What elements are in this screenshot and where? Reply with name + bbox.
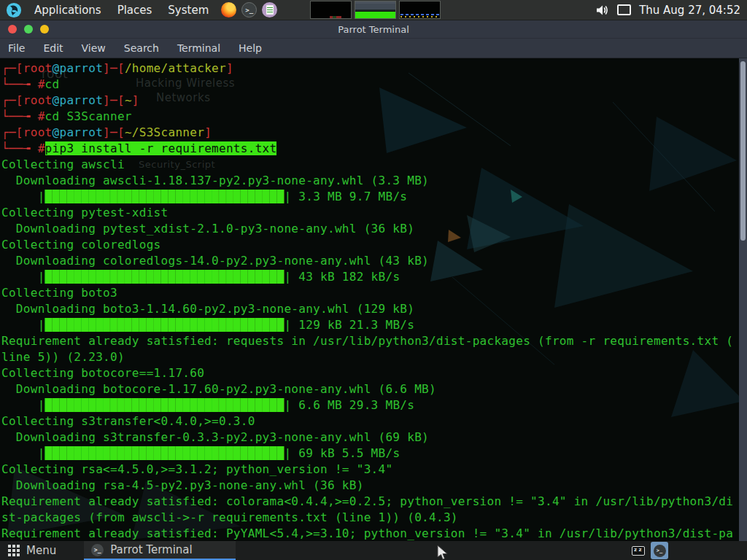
taskbar: Menu >_ Parrot Terminal >_ bbox=[0, 541, 747, 560]
terminal-line: Requirement already satisfied: colorama<… bbox=[1, 494, 733, 510]
parrot-logo-icon[interactable] bbox=[6, 2, 22, 18]
terminal-line: Requirement already satisfied: requests … bbox=[1, 333, 733, 349]
terminal-line: └──╼ #cd S3Scanner bbox=[1, 109, 733, 125]
memory-graph[interactable] bbox=[355, 1, 396, 19]
terminal-line: |█████████████████████████████████| 6.6 … bbox=[1, 397, 733, 413]
panel-menu-applications[interactable]: Applications bbox=[26, 4, 109, 17]
terminal-line: Collecting s3transfer<0.4.0,>=0.3.0 bbox=[1, 413, 733, 429]
close-button[interactable] bbox=[8, 25, 17, 34]
terminal-line: Downloading pytest_xdist-2.1.0-py3-none-… bbox=[1, 221, 733, 237]
terminal-line: ┌─[root@parrot]─[~/S3Scanner] bbox=[1, 125, 733, 141]
terminal-launcher-icon[interactable]: >_ bbox=[241, 2, 257, 18]
network-graph[interactable] bbox=[399, 1, 441, 19]
app-grid-icon[interactable] bbox=[8, 545, 20, 556]
panel-menu-system[interactable]: System bbox=[160, 4, 217, 17]
terminal-line: |█████████████████████████████████| 69 k… bbox=[1, 446, 733, 462]
text-editor-icon[interactable] bbox=[262, 2, 277, 18]
terminal-line: Downloading rsa-4.5-py2.py3-none-any.whl… bbox=[1, 478, 733, 494]
terminal-line: Collecting pytest-xdist bbox=[1, 205, 733, 221]
menubar-item-search[interactable]: Search bbox=[124, 42, 159, 54]
menubar-item-file[interactable]: File bbox=[8, 42, 25, 54]
panel-menus: ApplicationsPlacesSystem bbox=[26, 4, 217, 17]
terminal-line: st-packages (from awscli->-r requirement… bbox=[1, 510, 733, 526]
terminal-line: Downloading awscli-1.18.137-py2.py3-none… bbox=[1, 173, 733, 189]
document-page-glyph bbox=[266, 5, 274, 15]
taskbar-window-button[interactable]: >_ Parrot Terminal bbox=[84, 541, 236, 560]
terminal-line: Downloading s3transfer-0.3.3-py2.py3-non… bbox=[1, 429, 733, 446]
terminal-line: line 5)) (2.23.0) bbox=[1, 349, 733, 365]
menubar-item-view[interactable]: View bbox=[82, 42, 106, 54]
terminal-line: |█████████████████████████████████| 129 … bbox=[1, 317, 733, 333]
terminal-line: Collecting awscli bbox=[1, 157, 733, 173]
window-title: Parrot Terminal bbox=[0, 24, 747, 35]
terminal-output: ┌─[root@parrot]─[/home/attacker]└──╼ #cd… bbox=[1, 61, 733, 541]
terminal-line: └──╼ #cd bbox=[1, 77, 733, 93]
terminal-line: ┌─[root@parrot]─[~] bbox=[1, 93, 733, 109]
terminal-line: Downloading coloredlogs-14.0-py2.py3-non… bbox=[1, 253, 733, 269]
top-panel: ApplicationsPlacesSystem >_ Thu Aug 27, … bbox=[0, 0, 747, 20]
terminal-scrollbar[interactable] bbox=[739, 58, 747, 541]
terminal-line: Collecting botocore==1.17.60 bbox=[1, 365, 733, 381]
keyboard-tray-icon[interactable] bbox=[632, 546, 645, 556]
menubar-item-edit[interactable]: Edit bbox=[43, 42, 63, 54]
clock[interactable]: Thu Aug 27, 04:52 bbox=[639, 4, 740, 17]
terminal-line: Collecting rsa<=4.5.0,>=3.1.2; python_ve… bbox=[1, 462, 733, 478]
window-menubar: FileEditViewSearchTerminalHelp bbox=[0, 39, 747, 58]
terminal-line: ┌─[root@parrot]─[/home/attacker] bbox=[1, 61, 733, 77]
terminal-line: |█████████████████████████████████| 3.3 … bbox=[1, 189, 733, 205]
terminal-line: Downloading botocore-1.17.60-py2.py3-non… bbox=[1, 381, 733, 397]
panel-menu-places[interactable]: Places bbox=[109, 4, 160, 17]
tray-terminal-highlight[interactable]: >_ bbox=[651, 542, 668, 559]
tray-terminal-icon: >_ bbox=[654, 545, 666, 557]
taskbar-window-label: Parrot Terminal bbox=[110, 543, 193, 556]
system-tray: >_ bbox=[632, 542, 747, 559]
terminal-line: |█████████████████████████████████| 43 k… bbox=[1, 269, 733, 285]
maximize-button[interactable] bbox=[24, 25, 33, 34]
scrollbar-thumb[interactable] bbox=[740, 61, 746, 241]
menubar-item-terminal[interactable]: Terminal bbox=[177, 42, 220, 54]
speaker-icon[interactable] bbox=[596, 4, 609, 16]
menubar-item-help[interactable]: Help bbox=[239, 42, 262, 54]
terminal-line: Downloading boto3-1.14.60-py2.py3-none-a… bbox=[1, 301, 733, 317]
cpu-graph[interactable] bbox=[310, 1, 352, 19]
taskbar-menu-button[interactable]: Menu bbox=[26, 544, 56, 557]
firefox-icon[interactable] bbox=[221, 2, 236, 18]
panel-launchers: >_ bbox=[221, 2, 277, 18]
display-icon[interactable] bbox=[617, 4, 631, 15]
terminal-line: Collecting coloredlogs bbox=[1, 237, 733, 253]
mouse-cursor bbox=[437, 545, 449, 560]
system-monitor-graphs bbox=[310, 1, 441, 19]
taskbar-terminal-icon: >_ bbox=[91, 544, 104, 556]
terminal-line: Collecting boto3 bbox=[1, 285, 733, 301]
minimize-button[interactable] bbox=[40, 25, 49, 34]
terminal-line: Requirement already satisfied: PyYAML<5.… bbox=[1, 526, 733, 541]
terminal-window[interactable]: rootHacking WirelessNetworksSecurity_Scr… bbox=[0, 58, 747, 541]
terminal-line: └──╼ #pip3 install -r requirements.txt bbox=[1, 141, 733, 157]
window-titlebar: Parrot Terminal bbox=[0, 20, 747, 39]
panel-status-area: Thu Aug 27, 04:52 bbox=[596, 4, 747, 17]
